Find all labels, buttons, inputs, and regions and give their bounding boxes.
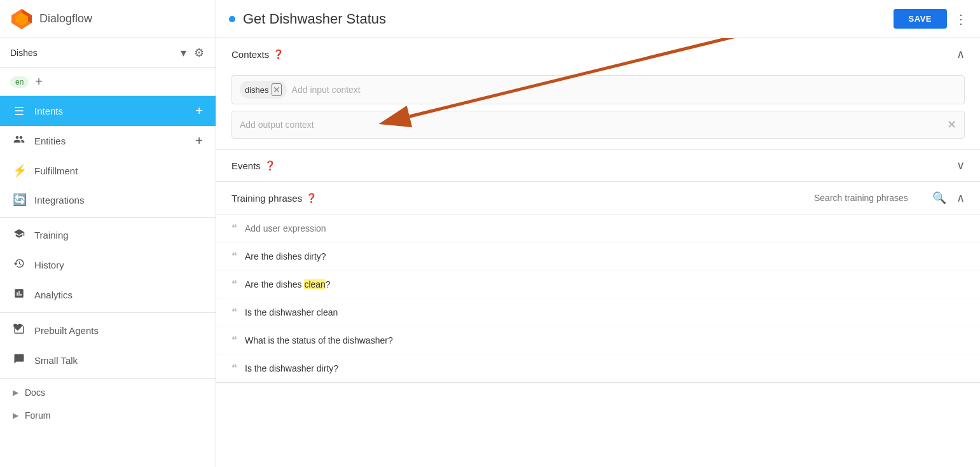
sidebar-item-fulfillment[interactable]: ⚡ Fulfillment — [0, 156, 216, 185]
quote-icon-2: ❝ — [231, 278, 237, 290]
chip-close-btn[interactable]: ✕ — [272, 83, 282, 96]
entities-label: Entities — [34, 136, 195, 146]
add-quote-icon: ❝ — [231, 222, 237, 234]
search-icon: 🔍 — [932, 191, 946, 205]
phrase-text-2: Are the dishes clean? — [245, 279, 331, 289]
save-button[interactable]: SAVE — [894, 9, 947, 29]
output-context-placeholder: Add output context — [240, 120, 947, 130]
app-name: Dialogflow — [39, 12, 92, 25]
search-area: 🔍 — [814, 191, 946, 205]
integrations-label: Integrations — [34, 195, 203, 206]
intents-icon: ☰ — [13, 104, 25, 118]
contexts-body: dishes ✕ Add input context — [216, 70, 980, 149]
add-lang-btn[interactable]: + — [34, 73, 44, 90]
dialogflow-logo-icon — [10, 8, 33, 31]
agent-dropdown-btn[interactable]: ▾ — [179, 45, 188, 61]
main-content: Contexts ❓ ∧ dishes ✕ Add input context — [216, 38, 980, 467]
docs-chevron: ▶ — [13, 388, 18, 397]
phrase-row-4[interactable]: ❝ What is the status of the dishwasher? — [216, 326, 980, 354]
svg-marker-3 — [28, 15, 32, 23]
training-phrases-chevron-icon: ∧ — [956, 191, 965, 205]
events-chevron-icon: ∨ — [956, 158, 965, 172]
docs-label: Docs — [25, 387, 45, 398]
agent-name: Dishes — [10, 48, 179, 58]
app-header: Dialogflow — [0, 0, 216, 38]
sidebar-item-docs[interactable]: ▶ Docs — [0, 381, 216, 404]
analytics-icon — [13, 288, 25, 302]
forum-chevron: ▶ — [13, 411, 18, 420]
input-context-row[interactable]: dishes ✕ Add input context — [231, 75, 965, 104]
fulfillment-label: Fulfillment — [34, 165, 203, 176]
training-phrases-header: Training phrases ❓ 🔍 ∧ — [216, 182, 980, 214]
training-label: Training — [34, 230, 203, 240]
quote-icon-4: ❝ — [231, 334, 237, 346]
contexts-header[interactable]: Contexts ❓ ∧ — [216, 38, 980, 70]
sidebar-item-history[interactable]: History — [0, 250, 216, 280]
context-chip-dishes: dishes ✕ — [240, 81, 287, 99]
main-panel: Get Dishwasher Status SAVE ⋮ Contexts ❓ … — [216, 0, 980, 467]
phrase-text-5: Is the dishwasher dirty? — [245, 363, 338, 373]
analytics-label: Analytics — [34, 289, 203, 300]
chip-label: dishes — [245, 85, 269, 95]
phrase-row-3[interactable]: ❝ Is the dishwasher clean — [216, 298, 980, 326]
contexts-section: Contexts ❓ ∧ dishes ✕ Add input context — [216, 38, 980, 150]
sidebar-item-entities[interactable]: Entities + — [0, 126, 216, 156]
input-context-container: dishes ✕ Add input context — [231, 75, 965, 104]
sidebar-item-intents[interactable]: ☰ Intents + — [0, 96, 216, 126]
phrase-text-1: Are the dishes dirty? — [245, 251, 326, 261]
history-label: History — [34, 260, 203, 270]
sidebar-item-smalltalk[interactable]: Small Talk — [0, 345, 216, 375]
smalltalk-icon — [13, 353, 25, 368]
training-phrases-section: Training phrases ❓ 🔍 ∧ ❝ ❝ Are the dishe… — [216, 182, 980, 383]
prebuilt-label: Prebuilt Agents — [34, 325, 203, 336]
sidebar-item-integrations[interactable]: 🔄 Integrations — [0, 185, 216, 214]
add-input-label: Add input context — [292, 85, 361, 95]
language-badge[interactable]: en — [10, 76, 29, 88]
agent-icons: ▾ ⚙ — [179, 45, 205, 61]
main-header: Get Dishwasher Status SAVE ⋮ — [216, 0, 980, 38]
events-help-icon: ❓ — [265, 160, 275, 171]
events-header[interactable]: Events ❓ ∨ — [216, 150, 980, 181]
highlight-clean: clean — [304, 279, 325, 289]
prebuilt-icon — [13, 323, 25, 338]
smalltalk-label: Small Talk — [34, 355, 203, 366]
sidebar-item-prebuilt[interactable]: Prebuilt Agents — [0, 316, 216, 345]
sidebar-item-forum[interactable]: ▶ Forum — [0, 404, 216, 427]
intent-title: Get Dishwasher Status — [243, 11, 894, 27]
contexts-help-icon: ❓ — [273, 49, 284, 59]
output-context-close-btn[interactable]: ✕ — [947, 118, 956, 132]
lang-row: en + — [0, 68, 216, 96]
forum-label: Forum — [25, 410, 50, 421]
events-section: Events ❓ ∨ — [216, 150, 980, 182]
training-phrases-help-icon: ❓ — [306, 193, 317, 203]
entities-icon — [13, 134, 25, 148]
sidebar-item-training[interactable]: Training — [0, 220, 216, 250]
phrase-row-5[interactable]: ❝ Is the dishwasher dirty? — [216, 354, 980, 382]
add-phrase-row[interactable]: ❝ — [216, 214, 980, 242]
quote-icon-1: ❝ — [231, 250, 237, 262]
training-phrases-title: Training phrases — [231, 193, 302, 204]
contexts-title: Contexts — [231, 49, 269, 60]
sidebar-item-analytics[interactable]: Analytics — [0, 280, 216, 310]
intents-label: Intents — [34, 106, 195, 116]
integrations-icon: 🔄 — [13, 193, 25, 207]
phrase-text-3: Is the dishwasher clean — [245, 307, 338, 317]
more-options-button[interactable]: ⋮ — [955, 11, 967, 27]
phrase-text-4: What is the status of the dishwasher? — [245, 335, 393, 345]
agent-row: Dishes ▾ ⚙ — [0, 38, 216, 68]
phrase-row-1[interactable]: ❝ Are the dishes dirty? — [216, 242, 980, 270]
status-indicator — [229, 16, 235, 22]
contexts-chevron-icon: ∧ — [956, 47, 965, 61]
add-intent-btn[interactable]: + — [195, 104, 203, 118]
add-entity-btn[interactable]: + — [195, 134, 203, 148]
sidebar: Dialogflow Dishes ▾ ⚙ en + ☰ Intents + E… — [0, 0, 216, 467]
output-context-row[interactable]: Add output context ✕ — [231, 111, 965, 139]
quote-icon-5: ❝ — [231, 362, 237, 374]
search-training-phrases-input[interactable] — [814, 193, 928, 203]
training-icon — [13, 228, 25, 242]
quote-icon-3: ❝ — [231, 306, 237, 318]
fulfillment-icon: ⚡ — [13, 164, 25, 178]
agent-settings-btn[interactable]: ⚙ — [193, 45, 205, 61]
phrase-row-2[interactable]: ❝ Are the dishes clean? — [216, 270, 980, 298]
add-phrase-input[interactable] — [245, 223, 965, 234]
